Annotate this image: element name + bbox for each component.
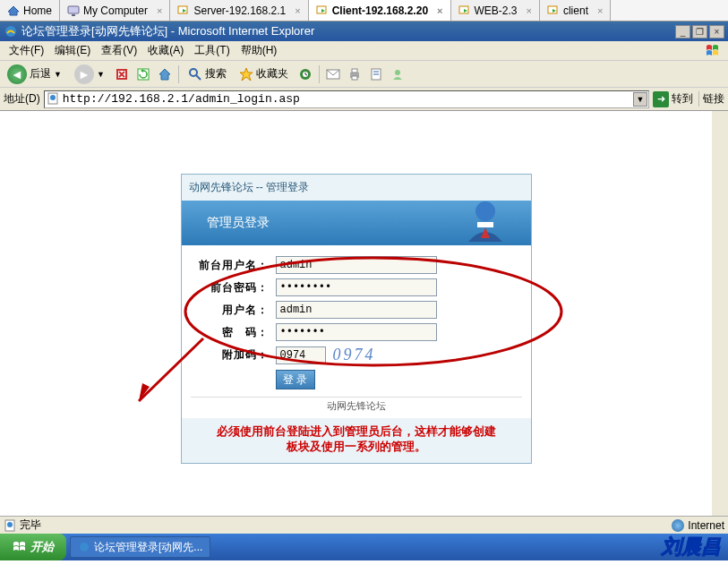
minimize-button[interactable]: _ [675, 25, 690, 38]
vm-tab-server[interactable]: Server-192.168.2.1 × [170, 0, 308, 21]
mail-button[interactable] [325, 66, 341, 82]
windows-flag-icon [705, 43, 724, 59]
address-label: 地址(D) [4, 91, 40, 107]
svg-marker-15 [159, 69, 170, 80]
vm-tab-client2[interactable]: client × [540, 0, 611, 21]
svg-point-16 [190, 69, 197, 76]
taskbar-item-ie[interactable]: 论坛管理登录[动网先... [70, 536, 210, 558]
page-content: 动网先锋论坛 -- 管理登录 管理员登录 前台用户名： 前台密码： 用户名： 密… [0, 111, 728, 516]
input-captcha[interactable] [276, 346, 326, 364]
vm-tab-bar: Home My Computer × Server-192.168.2.1 × … [0, 0, 728, 21]
close-icon[interactable]: × [527, 5, 532, 16]
input-front-user[interactable] [276, 256, 437, 274]
captcha-image[interactable]: 0974 [333, 346, 376, 364]
vm-icon [458, 5, 471, 16]
watermark-text: 刘晨昌 [662, 534, 721, 560]
back-label: 后退 [30, 66, 51, 81]
print-button[interactable] [347, 66, 363, 82]
input-pwd[interactable] [276, 323, 437, 341]
svg-point-39 [80, 543, 89, 552]
status-text: 完毕 [20, 517, 41, 533]
window-titlebar: 论坛管理登录[动网先锋论坛] - Microsoft Internet Expl… [0, 21, 728, 41]
menu-favorites[interactable]: 收藏(A) [142, 41, 189, 60]
input-front-pwd[interactable] [276, 278, 437, 296]
svg-marker-0 [8, 6, 19, 15]
address-input[interactable] [44, 90, 649, 108]
close-icon[interactable]: × [437, 5, 442, 16]
nav-toolbar: ◄ 后退 ▼ ► ▼ 搜索 收藏夹 [0, 61, 728, 88]
svg-rect-23 [352, 69, 357, 73]
vm-tab-client-active[interactable]: Client-192.168.2.20 × [309, 0, 451, 21]
login-footer: 动网先锋论坛 [191, 397, 522, 413]
svg-point-30 [50, 95, 56, 100]
start-label: 开始 [30, 539, 54, 555]
links-button[interactable]: 链接 [698, 91, 724, 107]
zone-label: Internet [688, 519, 724, 532]
svg-line-17 [196, 75, 201, 80]
edit-button[interactable] [368, 66, 384, 82]
close-button[interactable]: × [709, 25, 724, 38]
label-pwd: 密 码： [191, 325, 276, 340]
login-panel: 动网先锋论坛 -- 管理登录 管理员登录 前台用户名： 前台密码： 用户名： 密… [181, 174, 532, 464]
forward-button[interactable]: ► ▼ [71, 63, 108, 86]
menu-view[interactable]: 查看(V) [96, 41, 142, 60]
go-label: 转到 [672, 91, 693, 107]
address-dropdown[interactable]: ▼ [633, 92, 647, 107]
label-user: 用户名： [191, 303, 276, 318]
internet-zone-icon [672, 519, 684, 532]
close-icon[interactable]: × [295, 5, 300, 16]
monitor-icon [67, 5, 80, 16]
note-line1: 必须使用前台登陆进入到管理员后台，这样才能够创建 [217, 424, 496, 438]
status-page-icon [4, 519, 16, 532]
svg-point-31 [475, 201, 495, 221]
input-user[interactable] [276, 301, 437, 319]
separator [178, 65, 179, 83]
vm-tab-label: Server-192.168.2.1 [193, 4, 286, 17]
label-front-user: 前台用户名： [191, 258, 276, 273]
login-form: 前台用户名： 前台密码： 用户名： 密 码： 附加码： 0974 登 录 动网先… [182, 245, 531, 418]
forward-arrow-icon: ► [74, 64, 94, 84]
home-button[interactable] [157, 66, 173, 82]
start-button[interactable]: 开始 [0, 534, 66, 560]
svg-marker-36 [139, 383, 150, 401]
vm-tab-mycomputer[interactable]: My Computer × [60, 0, 170, 21]
close-icon[interactable]: × [157, 5, 162, 16]
task-label: 论坛管理登录[动网先... [94, 540, 202, 555]
svg-point-38 [7, 522, 13, 527]
vm-tab-label: WEB-2.3 [475, 4, 518, 17]
label-captcha: 附加码： [191, 347, 276, 363]
close-icon[interactable]: × [597, 5, 603, 16]
menu-file[interactable]: 文件(F) [4, 41, 49, 60]
window-title: 论坛管理登录[动网先锋论坛] - Microsoft Internet Expl… [21, 23, 314, 39]
address-bar: 地址(D) ▼ ➜ 转到 链接 [0, 88, 728, 111]
search-button[interactable]: 搜索 [184, 64, 230, 83]
login-header-text: 管理员登录 [207, 215, 270, 231]
vm-tab-home[interactable]: Home [0, 0, 60, 21]
svg-rect-1 [68, 6, 79, 13]
history-button[interactable] [297, 66, 313, 82]
separator [319, 65, 320, 83]
ie-icon [78, 541, 90, 553]
favorites-label: 收藏夹 [256, 66, 288, 81]
refresh-button[interactable] [135, 66, 151, 82]
stop-button[interactable] [114, 66, 130, 82]
menu-edit[interactable]: 编辑(E) [49, 41, 96, 60]
vm-tab-web[interactable]: WEB-2.3 × [451, 0, 540, 21]
label-front-pwd: 前台密码： [191, 280, 276, 295]
go-button[interactable]: ➜ 转到 [653, 91, 693, 107]
favorites-button[interactable]: 收藏夹 [236, 64, 292, 83]
annotation-note: 必须使用前台登陆进入到管理员后台，这样才能够创建 板块及使用一系列的管理。 [182, 418, 531, 463]
page-icon [47, 92, 59, 105]
messenger-button[interactable] [390, 66, 406, 82]
star-icon [239, 67, 253, 81]
search-label: 搜索 [205, 66, 227, 81]
vm-icon [177, 5, 190, 16]
vm-icon [316, 5, 329, 16]
back-button[interactable]: ◄ 后退 ▼ [4, 63, 65, 86]
menu-help[interactable]: 帮助(H) [236, 41, 283, 60]
login-submit-button[interactable]: 登 录 [276, 370, 315, 389]
vm-tab-label: My Computer [83, 4, 148, 17]
restore-button[interactable]: ❐ [692, 25, 707, 38]
vm-tab-label: Home [23, 4, 52, 17]
menu-tools[interactable]: 工具(T) [189, 41, 235, 60]
